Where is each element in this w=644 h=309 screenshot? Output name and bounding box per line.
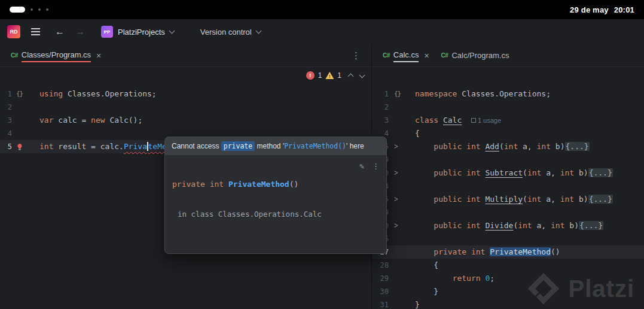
code-token: public	[434, 221, 462, 230]
code-text[interactable]: var calc = new Calc();	[32, 114, 371, 127]
code-text[interactable]: class Calc 1 usage	[408, 114, 644, 127]
code-line[interactable]: 28 {	[372, 259, 644, 272]
tab-options-icon[interactable]: ⋮	[352, 50, 367, 61]
code-line[interactable]: 5> public int Add(int a, int b){...}	[372, 140, 644, 153]
line-number[interactable]: 4	[0, 127, 12, 140]
line-number[interactable]: 3	[372, 114, 389, 127]
platzi-logo-icon	[527, 272, 560, 305]
right-editor-pane: C# Calc.cs × C# Calc/Program.cs 1{}names…	[372, 44, 644, 309]
line-number[interactable]: 30	[372, 285, 389, 298]
fold-arrow-icon[interactable]: >	[389, 219, 408, 232]
line-number[interactable]: 3	[0, 114, 12, 127]
fold-arrow-icon[interactable]: >	[389, 140, 408, 153]
error-icon[interactable]: !	[306, 71, 315, 80]
code-text[interactable]	[408, 232, 644, 246]
right-tabbar: C# Calc.cs × C# Calc/Program.cs	[372, 44, 644, 67]
code-token: new	[91, 116, 105, 125]
project-selector[interactable]: PP PlatziProjects	[101, 26, 174, 38]
close-tab-icon[interactable]: ×	[96, 51, 101, 60]
code-text[interactable]: public int Multiply(int a, int b){...}	[408, 193, 644, 206]
system-clock: 29 de may20:01	[570, 5, 634, 14]
tab-calc-program-cs[interactable]: C# Calc/Program.cs	[435, 44, 515, 66]
close-tab-icon[interactable]: ×	[424, 51, 429, 60]
tab-title: Calc/Program.cs	[451, 49, 509, 62]
code-line[interactable]: 1{}namespace Classes.Operations;	[372, 87, 644, 101]
tab-title: Classes/Program.cs	[22, 49, 91, 62]
line-number[interactable]: 1	[372, 87, 389, 101]
code-line[interactable]: 2	[0, 101, 371, 114]
line-number[interactable]: 5	[0, 140, 12, 153]
quickfix-bulb[interactable]	[12, 140, 32, 153]
gutter	[389, 285, 408, 298]
warning-icon[interactable]: !	[325, 72, 334, 79]
code-line[interactable]: 2	[372, 101, 644, 114]
code-text[interactable]	[408, 180, 644, 193]
rider-logo[interactable]: RD	[7, 25, 20, 38]
gutter	[389, 206, 408, 219]
next-issue-icon[interactable]	[359, 72, 365, 78]
code-line[interactable]: 14	[372, 180, 644, 193]
gutter	[389, 246, 408, 259]
braces-gutter-icon[interactable]: {}	[389, 87, 408, 101]
version-control-selector[interactable]: Version control	[200, 28, 261, 37]
code-token: public	[434, 168, 462, 177]
line-number[interactable]: 1	[0, 87, 12, 101]
code-text[interactable]: using Classes.Operations;	[32, 87, 371, 101]
code-token: 1 usage	[478, 117, 501, 124]
code-line[interactable]: 4{	[372, 127, 644, 140]
code-line[interactable]: 15> public int Multiply(int a, int b){..…	[372, 193, 644, 206]
code-token: private	[172, 180, 205, 189]
code-token: }	[415, 300, 420, 309]
system-time: 20:01	[614, 5, 634, 14]
code-text[interactable]	[408, 153, 644, 166]
fold-arrow-icon[interactable]: >	[389, 193, 408, 206]
code-text[interactable]: private int PrivateMethod()	[408, 246, 644, 259]
code-text[interactable]	[32, 101, 371, 114]
code-line[interactable]: 26	[372, 232, 644, 246]
window-pill	[10, 7, 25, 13]
code-line[interactable]: 9	[372, 153, 644, 166]
code-line[interactable]: 1{}using Classes.Operations;	[0, 87, 371, 101]
code-token: in class	[178, 210, 218, 219]
previous-issue-icon[interactable]	[348, 74, 354, 80]
code-text[interactable]: public int Add(int a, int b){...}	[408, 140, 644, 153]
code-token: a,	[541, 168, 560, 177]
code-text[interactable]	[408, 101, 644, 114]
code-token: PrivateMethod	[490, 247, 551, 256]
code-line[interactable]: 3class Calc 1 usage	[372, 114, 644, 127]
line-number[interactable]: 2	[372, 101, 389, 114]
method-signature: private int PrivateMethod()	[172, 180, 379, 189]
code-text[interactable]: {	[408, 127, 644, 140]
code-line[interactable]: 20> public int Divide(int a, int b){...}	[372, 219, 644, 232]
csharp-file-icon: C#	[11, 52, 18, 59]
code-line[interactable]: 19	[372, 206, 644, 219]
tab-classes-program-cs[interactable]: C# Classes/Program.cs ×	[5, 44, 107, 66]
fold-arrow-icon[interactable]: >	[389, 166, 408, 180]
code-token: b)	[574, 195, 588, 204]
gutter	[389, 232, 408, 246]
code-text[interactable]: public int Divide(int a, int b){...}	[408, 219, 644, 232]
code-token	[224, 180, 228, 189]
line-number[interactable]: 31	[372, 298, 389, 309]
system-date: 29 de may	[570, 5, 609, 14]
code-line[interactable]: 10> public int Subtract(int a, int b){..…	[372, 166, 644, 180]
tab-calc-cs[interactable]: C# Calc.cs ×	[377, 44, 435, 66]
edit-icon[interactable]: ✎	[359, 162, 364, 171]
code-token: int	[518, 221, 532, 230]
line-number[interactable]: 29	[372, 272, 389, 285]
more-options-icon[interactable]: ⋮	[372, 162, 380, 171]
braces-gutter-icon[interactable]: {}	[12, 87, 32, 101]
code-token: Divide	[485, 221, 513, 230]
line-number[interactable]: 28	[372, 259, 389, 272]
forward-button[interactable]: →	[75, 27, 85, 37]
code-text[interactable]: public int Subtract(int a, int b){...}	[408, 166, 644, 180]
code-text[interactable]	[408, 206, 644, 219]
code-text[interactable]: {	[408, 259, 644, 272]
line-number[interactable]: 2	[0, 101, 12, 114]
main-menu-icon[interactable]	[31, 31, 40, 32]
code-line[interactable]: 3var calc = new Calc();	[0, 114, 371, 127]
code-line[interactable]: 27 private int PrivateMethod()	[372, 246, 644, 259]
code-token: int	[504, 142, 518, 151]
code-text[interactable]: namespace Classes.Operations;	[408, 87, 644, 101]
back-button[interactable]: ←	[55, 27, 65, 37]
